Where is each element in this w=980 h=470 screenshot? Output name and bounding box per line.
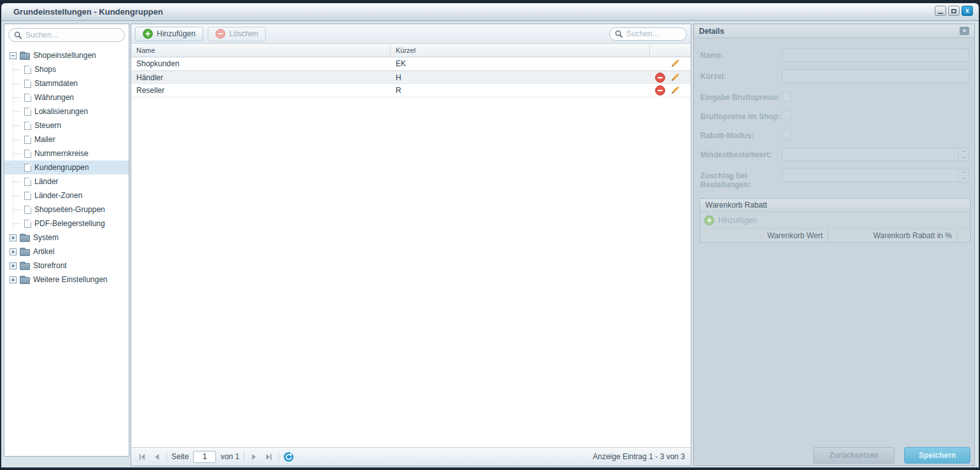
- sidebar-item-shopeinstellungen[interactable]: − Shopeinstellungen: [4, 48, 129, 62]
- edit-row-button[interactable]: [670, 59, 680, 69]
- save-button[interactable]: Speichern: [904, 447, 970, 464]
- reset-button[interactable]: Zurücksetzen: [813, 447, 895, 464]
- sidebar-item-laender[interactable]: Länder: [4, 174, 129, 189]
- tree-connector: [13, 69, 21, 70]
- column-header-kuerzel[interactable]: Kürzel: [391, 44, 650, 57]
- tree-connector: [13, 167, 21, 168]
- spinner-down-button[interactable]: [958, 175, 969, 182]
- window-titlebar: Grundeinstellungen - Kundengruppen: [1, 3, 979, 21]
- folder-icon: [20, 235, 30, 242]
- first-page-button[interactable]: [137, 452, 147, 462]
- column-header-warenkorb-rabatt[interactable]: Warenkorb Rabatt in %: [828, 229, 958, 242]
- paging-toolbar: Seite von 1 Anzeige Eintrag 1 - 3 von 3: [131, 447, 691, 466]
- expand-icon[interactable]: +: [10, 276, 17, 283]
- page-input[interactable]: [193, 451, 216, 463]
- next-page-button[interactable]: [249, 452, 259, 462]
- column-header-actions: [650, 44, 691, 57]
- minimize-button[interactable]: [935, 6, 946, 16]
- tree-item-label: Lokalisierungen: [34, 107, 88, 116]
- warenkorb-toolbar: Hinzufügen: [700, 212, 970, 229]
- zuschlag-field[interactable]: [782, 169, 969, 182]
- collapse-icon[interactable]: −: [10, 52, 17, 59]
- cell-kuerzel: H: [391, 73, 650, 82]
- table-row[interactable]: Shopkunden EK: [131, 57, 691, 71]
- name-field[interactable]: [782, 48, 969, 62]
- table-body: Shopkunden EK Händler H: [131, 57, 691, 447]
- sidebar-item-steuern[interactable]: Steuern: [4, 118, 129, 132]
- tree-connector: [13, 125, 21, 126]
- spinner-up-button[interactable]: [958, 148, 969, 154]
- expand-icon[interactable]: +: [10, 248, 17, 255]
- sidebar-item-system[interactable]: + System: [4, 231, 129, 245]
- last-page-button[interactable]: [264, 452, 274, 462]
- grid-search: [609, 27, 687, 41]
- file-icon: [24, 94, 31, 102]
- expand-icon[interactable]: +: [10, 262, 17, 269]
- tree-item-label: Kundengruppen: [34, 163, 89, 172]
- warenkorb-rabatt-title: Warenkorb Rabatt: [700, 199, 970, 212]
- warenkorb-add-button[interactable]: Hinzufügen: [718, 216, 757, 225]
- file-icon: [24, 80, 31, 88]
- expand-icon[interactable]: +: [10, 234, 17, 241]
- bruttopreise-im-shop-checkbox[interactable]: [782, 111, 791, 120]
- sidebar-item-lokalisierungen[interactable]: Lokalisierungen: [4, 104, 129, 118]
- eingabe-bruttopreise-checkbox[interactable]: [782, 92, 791, 101]
- window-controls: x: [935, 6, 973, 16]
- column-header-name[interactable]: Name: [131, 44, 391, 57]
- grid-search-input[interactable]: [626, 29, 681, 38]
- tree-connector: [13, 182, 21, 182]
- sidebar-item-shopseiten-gruppen[interactable]: Shopseiten-Gruppen: [4, 203, 129, 217]
- sidebar-search-input[interactable]: [25, 31, 119, 39]
- tree-item-label: Nummernkreise: [34, 149, 89, 158]
- sidebar-search: [8, 28, 125, 42]
- spinner-up-icon: [962, 172, 966, 173]
- action-slot: [655, 59, 665, 69]
- mindestbestellwert-field[interactable]: [782, 148, 969, 161]
- prev-page-button[interactable]: [152, 452, 162, 462]
- file-icon: [24, 178, 31, 186]
- sidebar-item-kundengruppen[interactable]: Kundengruppen: [4, 160, 129, 174]
- column-header-warenkorb-wert[interactable]: Warenkorb Wert: [700, 229, 828, 242]
- add-button[interactable]: Hinzufügen: [135, 27, 203, 41]
- details-footer: Zurücksetzen Speichern: [813, 447, 970, 464]
- edit-row-button[interactable]: [670, 73, 680, 83]
- cell-name: Händler: [131, 73, 391, 82]
- tree-item-label: Storefront: [33, 261, 67, 270]
- sidebar-item-waehrungen[interactable]: Währungen: [4, 90, 129, 104]
- refresh-button[interactable]: [284, 452, 294, 462]
- kuerzel-field[interactable]: [782, 69, 969, 83]
- folder-icon: [20, 53, 30, 60]
- tree-item-label: Stammdaten: [34, 79, 78, 88]
- spinner-down-button[interactable]: [958, 154, 969, 160]
- sidebar-item-shops[interactable]: Shops: [4, 62, 129, 76]
- maximize-icon: [951, 9, 956, 13]
- edit-row-button[interactable]: [670, 85, 680, 96]
- sidebar-item-weitere-einstellungen[interactable]: + Weitere Einstellungen: [4, 273, 129, 287]
- pencil-icon: [670, 59, 680, 69]
- add-plus-icon: [143, 29, 153, 39]
- sidebar-item-storefront[interactable]: + Storefront: [4, 259, 129, 273]
- kuerzel-field-label: Kürzel:: [700, 69, 782, 83]
- sidebar-item-laender-zonen[interactable]: Länder-Zonen: [4, 189, 129, 203]
- file-icon: [24, 220, 31, 228]
- table-row[interactable]: Reseller R: [131, 84, 691, 97]
- table-row[interactable]: Händler H: [131, 71, 691, 84]
- sidebar-item-nummernkreise[interactable]: Nummernkreise: [4, 146, 129, 160]
- delete-button[interactable]: Löschen: [208, 27, 266, 41]
- spinner-up-button[interactable]: [958, 169, 969, 175]
- sidebar-item-artikel[interactable]: + Artikel: [4, 245, 129, 259]
- details-header: Details »: [694, 24, 974, 38]
- maximize-button[interactable]: [948, 6, 960, 16]
- page-of-label: von 1: [220, 452, 239, 461]
- paging-status: Anzeige Eintrag 1 - 3 von 3: [593, 452, 685, 461]
- rabatt-modus-checkbox[interactable]: [782, 130, 791, 139]
- tree-connector: [13, 153, 21, 154]
- sidebar-item-pdf-belegerstellung[interactable]: PDF-Belegerstellung: [4, 217, 129, 231]
- delete-row-button[interactable]: [655, 85, 665, 96]
- tree-connector: [13, 111, 21, 112]
- delete-row-button[interactable]: [655, 73, 665, 83]
- sidebar-item-stammdaten[interactable]: Stammdaten: [4, 76, 129, 90]
- close-button[interactable]: x: [962, 6, 973, 16]
- collapse-panel-button[interactable]: »: [960, 27, 969, 35]
- sidebar-item-mailer[interactable]: Mailer: [4, 132, 129, 146]
